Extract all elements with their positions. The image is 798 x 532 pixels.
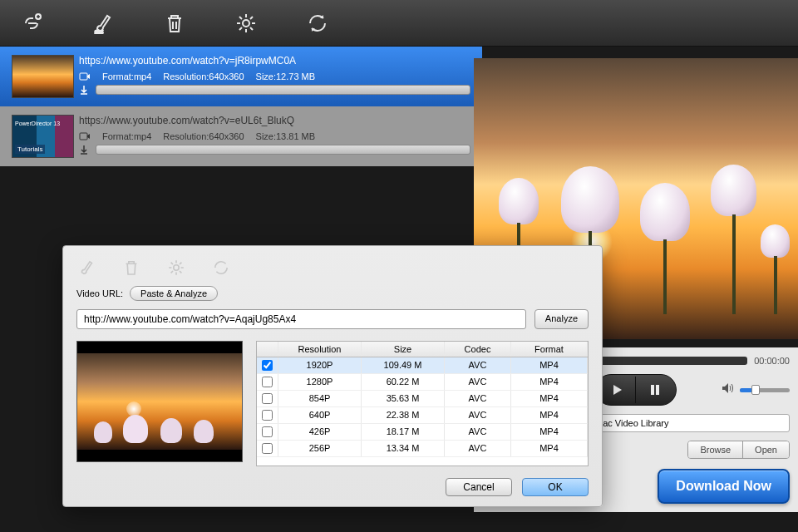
cell-size: 22.38 M — [362, 407, 445, 423]
trash-icon[interactable] — [121, 258, 143, 279]
analyze-dialog: Video URL: Paste & Analyze Analyze Resol… — [62, 245, 603, 507]
browse-button[interactable]: Browse — [688, 441, 743, 458]
cell-format: MP4 — [511, 441, 588, 456]
download-thumbnail — [12, 55, 74, 98]
download-item[interactable]: https://www.youtube.com/watch?v=eUL6t_Bl… — [0, 106, 482, 166]
col-size[interactable]: Size — [362, 342, 445, 357]
download-progress — [96, 145, 470, 155]
cell-resolution: 1280P — [278, 374, 362, 390]
format-checkbox[interactable] — [262, 377, 273, 387]
paintbrush-icon[interactable] — [76, 258, 98, 279]
col-format[interactable]: Format — [511, 342, 588, 357]
volume-slider[interactable] — [740, 388, 790, 392]
download-size: Size:13.81 MB — [256, 131, 316, 141]
format-checkbox[interactable] — [262, 410, 273, 421]
format-row[interactable]: 640P22.38 MAVCMP4 — [257, 407, 588, 424]
cell-size: 18.17 M — [362, 424, 445, 440]
paste-analyze-button[interactable]: Paste & Analyze — [130, 286, 218, 301]
cell-size: 35.63 M — [362, 391, 445, 406]
download-url: https://www.youtube.com/watch?v=eUL6t_Bl… — [79, 115, 470, 126]
paintbrush-icon[interactable]: 100% — [88, 8, 118, 38]
refresh-icon[interactable] — [303, 8, 332, 38]
video-url-label: Video URL: — [76, 288, 123, 298]
cell-resolution: 640P — [278, 407, 362, 423]
formats-table: Resolution Size Codec Format 1920P109.49… — [256, 341, 589, 466]
download-resolution: Resolution:640x360 — [163, 71, 244, 81]
format-row[interactable]: 426P18.17 MAVCMP4 — [257, 424, 588, 441]
refresh-icon[interactable] — [211, 258, 233, 279]
open-button[interactable]: Open — [743, 441, 789, 458]
format-checkbox[interactable] — [262, 393, 273, 404]
cell-format: MP4 — [511, 357, 588, 373]
cell-codec: AVC — [445, 391, 511, 406]
download-arrow-icon — [79, 145, 91, 155]
svg-rect-9 — [651, 385, 654, 395]
svg-rect-4 — [80, 73, 87, 80]
download-list: https://www.youtube.com/watch?v=jR8irpwM… — [0, 47, 482, 166]
cell-format: MP4 — [511, 391, 588, 406]
gear-icon[interactable] — [231, 8, 261, 38]
download-arrow-icon — [79, 85, 91, 95]
format-checkbox[interactable] — [262, 443, 273, 454]
cell-codec: AVC — [445, 374, 511, 390]
format-row[interactable]: 1280P60.22 MAVCMP4 — [257, 374, 588, 391]
cell-codec: AVC — [445, 424, 511, 440]
svg-rect-5 — [80, 133, 87, 140]
svg-rect-10 — [656, 385, 659, 395]
cell-size: 13.34 M — [362, 441, 445, 456]
cell-resolution: 256P — [278, 441, 362, 456]
svg-point-3 — [243, 20, 249, 27]
dialog-toolbar — [76, 258, 589, 279]
download-thumbnail — [12, 115, 74, 158]
cell-format: MP4 — [511, 374, 588, 390]
main-toolbar: 100% — [0, 0, 798, 47]
cell-size: 60.22 M — [362, 374, 445, 390]
ok-button[interactable]: OK — [522, 478, 589, 496]
download-progress — [96, 85, 470, 95]
download-now-button[interactable]: Download Now — [658, 469, 790, 504]
cell-format: MP4 — [511, 407, 588, 423]
col-resolution[interactable]: Resolution — [278, 342, 362, 357]
format-row[interactable]: 256P13.34 MAVCMP4 — [257, 441, 588, 457]
trash-icon[interactable] — [160, 8, 190, 38]
camera-icon — [79, 71, 91, 81]
col-codec[interactable]: Codec — [445, 342, 511, 357]
analyze-button[interactable]: Analyze — [534, 309, 589, 329]
cell-codec: AVC — [445, 407, 511, 423]
download-item[interactable]: https://www.youtube.com/watch?v=jR8irpwM… — [0, 47, 482, 106]
download-url: https://www.youtube.com/watch?v=jR8irpwM… — [79, 55, 470, 66]
format-row[interactable]: 1920P109.49 MAVCMP4 — [257, 357, 588, 374]
volume-handle[interactable] — [751, 385, 760, 395]
cell-resolution: 426P — [278, 424, 362, 440]
play-button[interactable] — [598, 377, 636, 403]
cancel-button[interactable]: Cancel — [446, 478, 512, 496]
download-format: Format:mp4 — [102, 71, 151, 81]
format-checkbox[interactable] — [262, 360, 273, 371]
camera-icon — [79, 131, 91, 141]
cell-codec: AVC — [445, 441, 511, 456]
cell-codec: AVC — [445, 357, 511, 373]
analyze-thumbnail — [76, 341, 243, 462]
format-row[interactable]: 854P35.63 MAVCMP4 — [257, 391, 588, 407]
svg-text:100%: 100% — [95, 30, 104, 34]
add-link-icon[interactable] — [17, 8, 47, 38]
url-input[interactable] — [76, 309, 526, 329]
format-checkbox[interactable] — [262, 426, 273, 437]
svg-point-11 — [174, 265, 179, 270]
col-checkbox — [257, 342, 278, 357]
cell-format: MP4 — [511, 424, 588, 440]
download-size: Size:12.73 MB — [256, 71, 316, 81]
pause-button[interactable] — [636, 377, 674, 403]
download-format: Format:mp4 — [102, 131, 151, 141]
cell-size: 109.49 M — [362, 357, 445, 373]
cell-resolution: 1920P — [278, 357, 362, 373]
download-resolution: Resolution:640x360 — [163, 131, 244, 141]
time-label: 00:00:00 — [754, 356, 790, 366]
volume-icon[interactable] — [722, 382, 735, 397]
cell-resolution: 854P — [278, 391, 362, 406]
gear-icon[interactable] — [166, 258, 188, 279]
